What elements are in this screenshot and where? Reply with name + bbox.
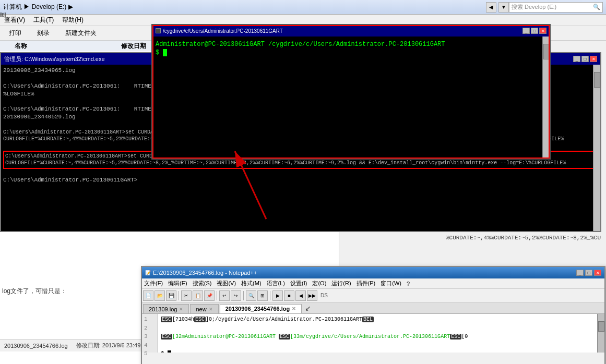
menu-plugins[interactable]: 插件(P) xyxy=(357,280,376,287)
np-btn1[interactable]: ▶ xyxy=(272,290,283,301)
cygwin-minimize-button[interactable]: _ xyxy=(522,28,530,34)
toolbar-separator xyxy=(217,291,217,300)
tab-close[interactable]: ✕ xyxy=(179,307,183,312)
np-undo-button[interactable]: ↩ xyxy=(219,290,230,301)
np-redo-button[interactable]: ↪ xyxy=(231,290,241,301)
line-num: 3 xyxy=(144,332,155,341)
np-copy-button[interactable]: 📋 xyxy=(193,290,203,301)
explorer-search[interactable]: 搜索 Develop (E:) 🔍 xyxy=(509,2,603,13)
tab-label: new xyxy=(196,306,206,312)
line-num: 2 xyxy=(144,324,155,333)
np-btn3[interactable]: ◀ xyxy=(295,290,306,301)
cygwin-titlebar-buttons: _ □ ✕ xyxy=(522,28,546,34)
minimize-button[interactable]: _ xyxy=(573,56,580,62)
np-btn4[interactable]: ▶▶ xyxy=(307,290,317,301)
esc-tag: ESC xyxy=(450,334,461,339)
np-find-button[interactable]: 🔍 xyxy=(246,290,256,301)
tab-close[interactable]: ✕ xyxy=(292,306,296,311)
notepad-content: 1 2 3 4 5 ESC[?1034hESC]0;/cygdrive/c/Us… xyxy=(142,314,604,353)
cygwin-content: Administrator@PC-20130611GART /cygdrive/… xyxy=(152,37,550,159)
notepad-title: E:\20130906_23454766.log - Notepad++ xyxy=(153,270,257,276)
code-text: ]0;/cygdrive/c/Users/Administrator.PC-20… xyxy=(206,317,362,322)
menu-run[interactable]: 运行(R) xyxy=(331,280,351,287)
np-paste-button[interactable]: 📌 xyxy=(204,290,215,301)
notepad-scroll-thumb[interactable] xyxy=(598,321,604,332)
explorer-topbar: 计算机 ▶ Develop (E:) ▶ ◀ ▼ 搜索 Develop (E:)… xyxy=(0,0,606,15)
back-button[interactable]: ◀ xyxy=(486,2,496,13)
cygwin-close-button[interactable]: ✕ xyxy=(539,28,546,34)
tab-close[interactable]: ✕ xyxy=(209,307,213,312)
notepad-window: 📝 E:\20130906_23454766.log - Notepad++ _… xyxy=(141,266,605,364)
menu-edit[interactable]: 编辑(E) xyxy=(168,280,187,287)
menu-format[interactable]: 格式(M) xyxy=(241,280,262,287)
menu-view[interactable]: 视图(V) xyxy=(217,280,236,287)
menu-help[interactable]: 帮助(H) xyxy=(62,16,84,25)
forward-button[interactable]: ▼ xyxy=(498,2,509,13)
toolbar-separator xyxy=(179,291,179,300)
cmd-line: C:\Users\Administrator.PC-20130611GART> xyxy=(3,176,598,184)
left-panel-bottom: log文件了，可惜只是： xyxy=(2,287,143,296)
cmd-scrollbar[interactable] xyxy=(593,65,600,231)
cursor-block xyxy=(163,49,167,56)
cmd-title: 管理员: C:\Windows\system32\cmd.exe xyxy=(4,55,105,63)
cygwin-prompt-line: Administrator@PC-20130611GART /cygdrive/… xyxy=(156,40,546,49)
notepad-tabs: 201309.log ✕ new ✕ 20130906_23454766.log… xyxy=(142,302,604,314)
esc-tag: ESC xyxy=(279,334,290,339)
new-folder-button[interactable]: 新建文件夹 xyxy=(61,27,101,39)
cygwin-maximize-button[interactable]: □ xyxy=(531,28,538,34)
tab-201309[interactable]: 201309.log ✕ xyxy=(143,304,189,313)
code-line-4 xyxy=(161,341,594,350)
itl-label: Itl xyxy=(0,11,6,19)
notepad-close-button[interactable]: ✕ xyxy=(594,270,601,276)
cygwin-title: /cygdrive/c/Users/Administrator.PC-20130… xyxy=(163,28,283,34)
menu-settings[interactable]: 设置(I) xyxy=(290,280,307,287)
np-ds-label: DS xyxy=(318,292,330,299)
code-line-3: ESC[32mAdministrator@PC-20130611GART ESC… xyxy=(161,332,594,341)
cmd-titlebar-buttons: _ □ ✕ xyxy=(573,56,597,62)
menu-file[interactable]: 文件(F) xyxy=(144,280,163,287)
close-button[interactable]: ✕ xyxy=(590,56,597,62)
np-save-button[interactable]: 💾 xyxy=(166,290,176,301)
menu-window[interactable]: 窗口(W) xyxy=(381,280,401,287)
tab-new[interactable]: new ✕ xyxy=(190,304,218,313)
notepad-titlebar: 📝 E:\20130906_23454766.log - Notepad++ _… xyxy=(142,267,604,278)
menu-tools[interactable]: 工具(T) xyxy=(33,16,54,25)
menu-view[interactable]: 查看(V) xyxy=(4,16,25,25)
line-num: 4 xyxy=(144,341,155,350)
np-zoom-button[interactable]: ⊞ xyxy=(257,290,268,301)
menu-search[interactable]: 搜索(S) xyxy=(193,280,212,287)
editor-cursor xyxy=(168,350,171,353)
tab-active[interactable]: 20130906_23454766.log ✕ xyxy=(220,304,302,313)
maximize-button[interactable]: □ xyxy=(581,56,589,62)
np-cut-button[interactable]: ✂ xyxy=(181,290,192,301)
code-text: [?1034h xyxy=(172,317,194,322)
scroll-thumb[interactable] xyxy=(543,44,550,59)
esc-tag: ESC xyxy=(161,317,172,322)
cygwin-scrollbar[interactable] xyxy=(542,37,550,159)
col-name: 名称 xyxy=(4,42,119,51)
tab-label: 201309.log xyxy=(149,306,177,312)
breadcrumb-text: 计算机 ▶ Develop (E:) ▶ xyxy=(3,3,73,11)
menu-language[interactable]: 语言(L) xyxy=(267,280,285,287)
code-line-2 xyxy=(161,324,594,333)
code-line-1: ESC[?1034hESC]0;/cygdrive/c/Users/Admini… xyxy=(161,315,594,324)
cygwin-icon xyxy=(156,28,161,33)
dollar-sign: $ xyxy=(161,350,168,353)
search-icon: 🔍 xyxy=(593,4,600,10)
log-text: log文件了，可惜只是： xyxy=(2,287,67,295)
np-btn2[interactable]: ■ xyxy=(284,290,294,301)
code-text: [0 xyxy=(461,334,468,339)
esc-tag: ESC xyxy=(161,334,172,339)
notepad-scrollbar[interactable] xyxy=(597,314,604,353)
code-text: [33m/cygdrive/c/Users/Administrator.PC-2… xyxy=(290,334,450,339)
np-new-button[interactable]: 📄 xyxy=(143,290,153,301)
cygwin-prompt-text: Administrator@PC-20130611GART /cygdrive/… xyxy=(156,41,445,48)
notepad-minimize-button[interactable]: _ xyxy=(576,270,584,276)
burn-button[interactable]: 刻录 xyxy=(32,27,54,39)
np-open-button[interactable]: 📂 xyxy=(155,290,165,301)
menu-macro[interactable]: 宏(O) xyxy=(312,280,326,287)
scroll-thumb[interactable] xyxy=(594,72,600,88)
notepad-maximize-button[interactable]: □ xyxy=(585,270,592,276)
print-button[interactable]: 打印 xyxy=(4,27,26,39)
menu-help[interactable]: ? xyxy=(407,281,410,287)
